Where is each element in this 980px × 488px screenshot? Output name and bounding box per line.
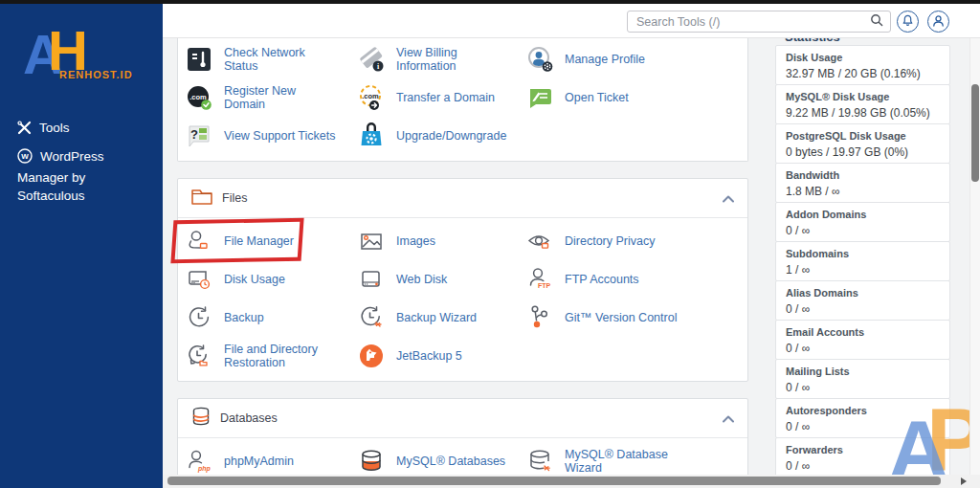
statistics-panel: Statistics Disk Usage 32.97 MB / 20 GB (… (775, 38, 950, 477)
tool-web-disk[interactable]: Web Disk (350, 260, 519, 299)
stat-value: 0 / ∞ (786, 342, 940, 355)
tool-file-and-directory-restoration[interactable]: File and Directory Restoration (178, 337, 350, 375)
horizontal-scrollbar[interactable] (163, 475, 980, 488)
tool-label: MySQL® Databases (396, 455, 505, 468)
tool-backup[interactable]: Backup (178, 299, 350, 337)
tool-label: JetBackup 5 (396, 349, 462, 363)
database-icon (191, 407, 211, 430)
file-manager-icon (186, 228, 214, 255)
chevron-up-icon[interactable] (723, 410, 734, 427)
search-input[interactable] (628, 15, 870, 29)
tool-label: File and Directory Restoration (224, 343, 337, 369)
tool-label: Backup (224, 311, 264, 324)
tool-label: Check Network Status (224, 46, 337, 73)
stat-label: MySQL® Disk Usage (786, 91, 940, 102)
stat-label: Autoresponders (786, 405, 940, 416)
sidebar-item-tools[interactable]: Tools (17, 119, 70, 140)
brand-logo: A H RENHOST.ID (23, 27, 157, 86)
scroll-right-arrow-icon[interactable] (961, 477, 967, 485)
sidebar-item-wordpress-manager[interactable]: W WordPress Manager by Softaculous (17, 147, 134, 205)
empty-cell (519, 337, 747, 375)
user-menu-button[interactable] (927, 11, 949, 33)
tool-register-new-domain[interactable]: .com Register New Domain (178, 78, 350, 117)
stat-label: Bandwidth (786, 169, 940, 181)
stat-alias-domains: Alias Domains 0 / ∞ (775, 280, 950, 321)
phpmyadmin-icon: php (186, 448, 214, 475)
tool-images[interactable]: Images (350, 222, 519, 260)
stat-value: 0 bytes / 19.97 GB (0%) (786, 145, 940, 159)
svg-text:php: php (197, 465, 212, 473)
stat-value: 32.97 MB / 20 GB (0.16%) (786, 67, 940, 80)
open-ticket-icon (526, 84, 555, 111)
disk-usage-icon (186, 266, 214, 293)
tool-label: Open Ticket (565, 91, 629, 104)
stat-value: 9.22 MB / 19.98 GB (0.05%) (786, 106, 940, 120)
search-box[interactable] (627, 11, 891, 33)
tool-view-support-tickets[interactable]: ? View Support Tickets (178, 117, 350, 155)
tool-ftp-accounts[interactable]: FTP FTP Accounts (519, 260, 747, 299)
bell-icon (902, 13, 914, 31)
tool-directory-privacy[interactable]: Directory Privacy (519, 222, 747, 260)
support-tools-card: Check Network Status i View Billing Info… (177, 38, 748, 162)
tool-git-version-control[interactable]: Git™ Version Control (519, 299, 747, 337)
stat-label: Email Accounts (786, 326, 940, 338)
tool-file-manager[interactable]: File Manager (178, 222, 350, 260)
tool-label: Git™ Version Control (565, 311, 677, 324)
tool-disk-usage[interactable]: Disk Usage (178, 260, 350, 299)
backup-icon (186, 304, 214, 331)
tool-label: Web Disk (396, 273, 447, 286)
databases-section-header[interactable]: Databases (178, 399, 747, 437)
billing-card-icon: i (358, 46, 387, 73)
stat-autoresponders: Autoresponders 0 / ∞ (775, 398, 950, 438)
tool-label: MySQL® Database Wizard (565, 448, 678, 475)
wordpress-icon: W (17, 148, 33, 168)
stat-value: 0 / ∞ (786, 224, 940, 237)
tool-check-network-status[interactable]: Check Network Status (178, 40, 350, 78)
notifications-button[interactable] (897, 11, 919, 33)
stat-label: Forwarders (786, 444, 940, 455)
stat-mysql-disk-usage: MySQL® Disk Usage 9.22 MB / 19.98 GB (0.… (775, 84, 950, 124)
section-title: Databases (220, 411, 723, 425)
tool-upgrade-downgrade[interactable]: Upgrade/Downgrade (350, 117, 519, 155)
directory-privacy-icon (526, 228, 555, 255)
tool-open-ticket[interactable]: Open Ticket (519, 78, 747, 117)
files-section-header[interactable]: Files (178, 179, 747, 217)
support-tickets-icon: ? (186, 122, 214, 149)
tool-label: Manage Profile (565, 53, 645, 66)
tool-view-billing-information[interactable]: i View Billing Information (350, 40, 519, 78)
svg-text:FTP: FTP (538, 282, 551, 289)
stat-label: PostgreSQL Disk Usage (786, 130, 940, 142)
tool-manage-profile[interactable]: Manage Profile (519, 40, 747, 78)
tool-label: phpMyAdmin (224, 455, 294, 468)
user-icon (932, 13, 945, 31)
svg-text:W: W (21, 152, 29, 161)
tool-backup-wizard[interactable]: Backup Wizard (350, 299, 519, 337)
tool-label: Upgrade/Downgrade (396, 129, 506, 143)
vertical-scrollbar-thumb[interactable] (971, 84, 979, 182)
folder-icon (191, 188, 212, 209)
horizontal-scrollbar-thumb[interactable] (167, 477, 941, 485)
left-sidebar: A H RENHOST.ID Tools W WordPress Manager… (0, 4, 163, 488)
ftp-accounts-icon: FTP (526, 266, 555, 293)
web-disk-icon (358, 266, 387, 293)
stat-postgresql-disk-usage: PostgreSQL Disk Usage 0 bytes / 19.97 GB… (775, 123, 950, 164)
register-domain-icon: .com (186, 84, 214, 111)
network-status-icon (186, 46, 214, 73)
vertical-scrollbar[interactable] (969, 38, 980, 488)
stat-subdomains: Subdomains 1 / ∞ (775, 241, 950, 281)
tool-label: Images (396, 234, 435, 248)
jetbackup-icon (358, 343, 387, 369)
stat-bandwidth: Bandwidth 1.8 MB / ∞ (775, 163, 950, 203)
tool-jetbackup-5[interactable]: JetBackup 5 (350, 337, 519, 375)
window-top-edge (0, 0, 980, 4)
tool-label: Transfer a Domain (396, 91, 495, 104)
stat-value: 1 / ∞ (786, 263, 940, 277)
main-content: Check Network Status i View Billing Info… (177, 38, 748, 488)
tool-transfer-a-domain[interactable]: .com Transfer a Domain (350, 78, 519, 117)
stat-value: 0 / ∞ (786, 381, 940, 394)
empty-cell (519, 117, 747, 155)
wrench-icon (17, 121, 32, 140)
stat-label: Addon Domains (786, 209, 940, 220)
chevron-up-icon[interactable] (723, 189, 734, 207)
images-icon (358, 228, 387, 255)
